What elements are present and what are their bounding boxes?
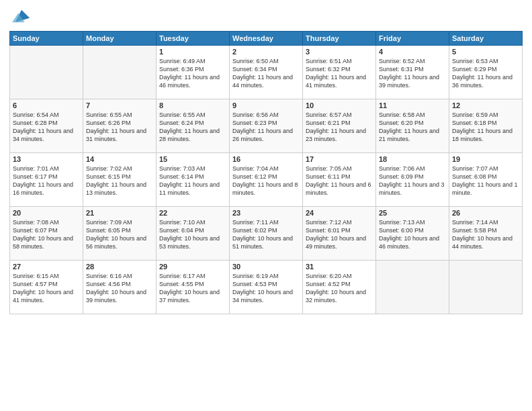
calendar-cell: 5Sunrise: 6:53 AMSunset: 6:29 PMDaylight… bbox=[449, 46, 523, 99]
day-info: Sunrise: 7:07 AMSunset: 6:08 PMDaylight:… bbox=[452, 165, 519, 197]
calendar-table: SundayMondayTuesdayWednesdayThursdayFrid… bbox=[9, 31, 523, 314]
day-info: Sunrise: 6:20 AMSunset: 4:52 PMDaylight:… bbox=[306, 272, 373, 305]
day-info: Sunrise: 7:04 AMSunset: 6:12 PMDaylight:… bbox=[232, 165, 300, 197]
day-info: Sunrise: 6:50 AMSunset: 6:34 PMDaylight:… bbox=[232, 57, 300, 90]
day-number: 7 bbox=[86, 101, 153, 109]
day-info: Sunrise: 6:49 AMSunset: 6:36 PMDaylight:… bbox=[159, 57, 226, 90]
week-row-1: 1Sunrise: 6:49 AMSunset: 6:36 PMDaylight… bbox=[10, 46, 523, 99]
day-number: 21 bbox=[86, 209, 153, 217]
day-info: Sunrise: 6:15 AMSunset: 4:57 PMDaylight:… bbox=[13, 272, 80, 305]
calendar-cell: 19Sunrise: 7:07 AMSunset: 6:08 PMDayligh… bbox=[449, 153, 523, 207]
day-number: 25 bbox=[379, 209, 446, 217]
day-number: 4 bbox=[379, 48, 446, 56]
calendar-cell: 20Sunrise: 7:08 AMSunset: 6:07 PMDayligh… bbox=[10, 207, 83, 261]
day-info: Sunrise: 7:13 AMSunset: 6:00 PMDaylight:… bbox=[379, 218, 446, 251]
day-number: 10 bbox=[306, 101, 373, 109]
day-info: Sunrise: 7:06 AMSunset: 6:09 PMDaylight:… bbox=[379, 165, 446, 197]
calendar-cell bbox=[449, 261, 523, 314]
calendar-cell: 29Sunrise: 6:17 AMSunset: 4:55 PMDayligh… bbox=[157, 261, 230, 314]
weekday-header-sunday: Sunday bbox=[10, 32, 83, 46]
logo-icon bbox=[12, 7, 31, 26]
day-info: Sunrise: 6:56 AMSunset: 6:23 PMDaylight:… bbox=[232, 111, 300, 144]
day-info: Sunrise: 7:03 AMSunset: 6:14 PMDaylight:… bbox=[159, 165, 226, 197]
day-number: 3 bbox=[306, 48, 373, 56]
calendar-cell: 17Sunrise: 7:05 AMSunset: 6:11 PMDayligh… bbox=[303, 153, 376, 207]
day-number: 24 bbox=[306, 209, 373, 217]
day-info: Sunrise: 6:59 AMSunset: 6:18 PMDaylight:… bbox=[452, 111, 519, 144]
day-number: 11 bbox=[379, 101, 446, 109]
calendar-cell: 12Sunrise: 6:59 AMSunset: 6:18 PMDayligh… bbox=[449, 99, 523, 153]
weekday-header-thursday: Thursday bbox=[303, 32, 376, 46]
day-info: Sunrise: 6:19 AMSunset: 4:53 PMDaylight:… bbox=[232, 272, 300, 305]
week-row-4: 20Sunrise: 7:08 AMSunset: 6:07 PMDayligh… bbox=[10, 207, 523, 261]
day-info: Sunrise: 6:54 AMSunset: 6:28 PMDaylight:… bbox=[13, 111, 80, 144]
day-number: 18 bbox=[379, 155, 446, 163]
page: SundayMondayTuesdayWednesdayThursdayFrid… bbox=[0, 0, 532, 411]
day-info: Sunrise: 7:02 AMSunset: 6:15 PMDaylight:… bbox=[86, 165, 153, 197]
calendar-cell: 16Sunrise: 7:04 AMSunset: 6:12 PMDayligh… bbox=[230, 153, 303, 207]
day-number: 28 bbox=[86, 263, 153, 271]
logo bbox=[9, 7, 31, 26]
day-number: 19 bbox=[452, 155, 519, 163]
day-info: Sunrise: 6:57 AMSunset: 6:21 PMDaylight:… bbox=[306, 111, 373, 144]
day-number: 2 bbox=[232, 48, 300, 56]
calendar-cell: 27Sunrise: 6:15 AMSunset: 4:57 PMDayligh… bbox=[10, 261, 83, 314]
weekday-header-tuesday: Tuesday bbox=[157, 32, 230, 46]
calendar-cell: 4Sunrise: 6:52 AMSunset: 6:31 PMDaylight… bbox=[376, 46, 449, 99]
day-number: 13 bbox=[13, 155, 80, 163]
day-info: Sunrise: 7:09 AMSunset: 6:05 PMDaylight:… bbox=[86, 218, 153, 251]
day-info: Sunrise: 6:55 AMSunset: 6:26 PMDaylight:… bbox=[86, 111, 153, 144]
day-info: Sunrise: 6:58 AMSunset: 6:20 PMDaylight:… bbox=[379, 111, 446, 144]
calendar-cell: 8Sunrise: 6:55 AMSunset: 6:24 PMDaylight… bbox=[157, 99, 230, 153]
calendar-cell: 1Sunrise: 6:49 AMSunset: 6:36 PMDaylight… bbox=[157, 46, 230, 99]
calendar-cell: 2Sunrise: 6:50 AMSunset: 6:34 PMDaylight… bbox=[230, 46, 303, 99]
calendar-cell: 26Sunrise: 7:14 AMSunset: 5:58 PMDayligh… bbox=[449, 207, 523, 261]
calendar-cell: 23Sunrise: 7:11 AMSunset: 6:02 PMDayligh… bbox=[230, 207, 303, 261]
calendar-cell: 3Sunrise: 6:51 AMSunset: 6:32 PMDaylight… bbox=[303, 46, 376, 99]
calendar-cell: 31Sunrise: 6:20 AMSunset: 4:52 PMDayligh… bbox=[303, 261, 376, 314]
calendar-cell: 7Sunrise: 6:55 AMSunset: 6:26 PMDaylight… bbox=[83, 99, 157, 153]
day-info: Sunrise: 7:10 AMSunset: 6:04 PMDaylight:… bbox=[159, 218, 226, 251]
calendar-cell bbox=[10, 46, 83, 99]
day-info: Sunrise: 6:17 AMSunset: 4:55 PMDaylight:… bbox=[159, 272, 226, 305]
calendar-cell: 28Sunrise: 6:16 AMSunset: 4:56 PMDayligh… bbox=[83, 261, 157, 314]
calendar-cell: 10Sunrise: 6:57 AMSunset: 6:21 PMDayligh… bbox=[303, 99, 376, 153]
day-info: Sunrise: 7:01 AMSunset: 6:17 PMDaylight:… bbox=[13, 165, 80, 197]
day-number: 31 bbox=[306, 263, 373, 271]
day-info: Sunrise: 6:51 AMSunset: 6:32 PMDaylight:… bbox=[306, 57, 373, 90]
calendar-cell: 13Sunrise: 7:01 AMSunset: 6:17 PMDayligh… bbox=[10, 153, 83, 207]
day-number: 8 bbox=[159, 101, 226, 109]
day-number: 27 bbox=[13, 263, 80, 271]
day-info: Sunrise: 7:11 AMSunset: 6:02 PMDaylight:… bbox=[232, 218, 300, 251]
day-number: 16 bbox=[232, 155, 300, 163]
weekday-header-saturday: Saturday bbox=[449, 32, 523, 46]
calendar-cell: 22Sunrise: 7:10 AMSunset: 6:04 PMDayligh… bbox=[157, 207, 230, 261]
day-number: 23 bbox=[232, 209, 300, 217]
day-number: 30 bbox=[232, 263, 300, 271]
calendar-cell: 21Sunrise: 7:09 AMSunset: 6:05 PMDayligh… bbox=[83, 207, 157, 261]
day-number: 9 bbox=[232, 101, 300, 109]
day-info: Sunrise: 7:05 AMSunset: 6:11 PMDaylight:… bbox=[306, 165, 373, 197]
day-info: Sunrise: 6:53 AMSunset: 6:29 PMDaylight:… bbox=[452, 57, 519, 90]
calendar-cell: 25Sunrise: 7:13 AMSunset: 6:00 PMDayligh… bbox=[376, 207, 449, 261]
calendar-cell: 18Sunrise: 7:06 AMSunset: 6:09 PMDayligh… bbox=[376, 153, 449, 207]
calendar-cell: 9Sunrise: 6:56 AMSunset: 6:23 PMDaylight… bbox=[230, 99, 303, 153]
day-number: 22 bbox=[159, 209, 226, 217]
day-info: Sunrise: 6:55 AMSunset: 6:24 PMDaylight:… bbox=[159, 111, 226, 144]
weekday-header-row: SundayMondayTuesdayWednesdayThursdayFrid… bbox=[10, 32, 523, 46]
calendar-cell: 30Sunrise: 6:19 AMSunset: 4:53 PMDayligh… bbox=[230, 261, 303, 314]
calendar-cell: 24Sunrise: 7:12 AMSunset: 6:01 PMDayligh… bbox=[303, 207, 376, 261]
day-info: Sunrise: 7:14 AMSunset: 5:58 PMDaylight:… bbox=[452, 218, 519, 251]
weekday-header-wednesday: Wednesday bbox=[230, 32, 303, 46]
day-number: 6 bbox=[13, 101, 80, 109]
calendar-cell: 6Sunrise: 6:54 AMSunset: 6:28 PMDaylight… bbox=[10, 99, 83, 153]
day-number: 5 bbox=[452, 48, 519, 56]
day-info: Sunrise: 7:08 AMSunset: 6:07 PMDaylight:… bbox=[13, 218, 80, 251]
day-number: 17 bbox=[306, 155, 373, 163]
week-row-2: 6Sunrise: 6:54 AMSunset: 6:28 PMDaylight… bbox=[10, 99, 523, 153]
day-number: 14 bbox=[86, 155, 153, 163]
day-number: 26 bbox=[452, 209, 519, 217]
calendar-cell bbox=[83, 46, 157, 99]
day-info: Sunrise: 6:16 AMSunset: 4:56 PMDaylight:… bbox=[86, 272, 153, 305]
calendar-cell: 11Sunrise: 6:58 AMSunset: 6:20 PMDayligh… bbox=[376, 99, 449, 153]
